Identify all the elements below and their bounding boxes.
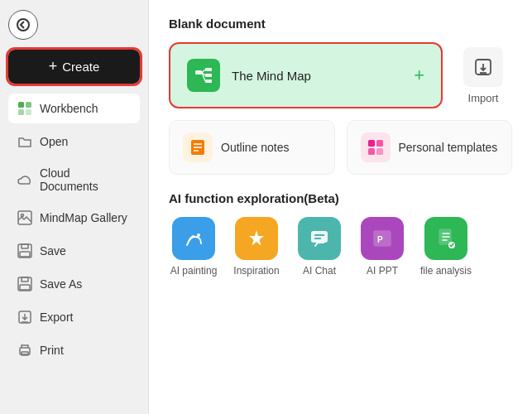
sidebar-gallery-label: MindMap Gallery (40, 211, 127, 224)
sidebar-item-export[interactable]: Export (8, 302, 140, 332)
ai-inspiration-card[interactable]: Inspiration (232, 217, 281, 277)
ai-file-analysis-label: file analysis (420, 265, 472, 277)
sidebar-item-gallery[interactable]: MindMap Gallery (8, 203, 140, 233)
back-button[interactable] (8, 10, 38, 40)
ai-painting-card[interactable]: AI painting (169, 217, 218, 277)
svg-line-20 (202, 70, 205, 73)
svg-rect-17 (205, 68, 212, 71)
mind-map-label: The Mind Map (232, 69, 402, 83)
workbench-icon (17, 100, 33, 117)
sidebar-print-label: Print (40, 344, 64, 357)
ai-chat-label: AI Chat (303, 265, 336, 277)
import-card[interactable]: Import (454, 47, 512, 104)
create-label: Create (62, 60, 99, 74)
save-icon (17, 243, 33, 259)
import-label: Import (468, 92, 499, 104)
personal-templates-card[interactable]: Personal templates (347, 120, 513, 175)
ai-file-analysis-card[interactable]: file analysis (420, 217, 472, 277)
svg-rect-11 (22, 277, 28, 282)
sidebar-item-open[interactable]: Open (8, 127, 140, 156)
svg-rect-4 (26, 109, 31, 115)
ai-inspiration-icon (235, 217, 278, 260)
svg-rect-18 (205, 74, 212, 77)
gallery-icon (17, 209, 33, 226)
blank-doc-title: Blank document (169, 17, 512, 31)
sidebar-saveas-label: Save As (40, 277, 82, 291)
svg-rect-12 (20, 285, 30, 290)
ai-file-analysis-icon (424, 217, 467, 260)
sidebar-cloud-label: Cloud Documents (40, 166, 132, 193)
ai-chat-icon (298, 217, 341, 260)
mind-map-plus-icon: + (414, 65, 424, 86)
personal-templates-label: Personal templates (399, 141, 498, 154)
sidebar-export-label: Export (40, 310, 73, 324)
ai-ppt-label: AI PPT (367, 265, 398, 277)
svg-rect-29 (376, 140, 383, 147)
svg-rect-9 (20, 252, 30, 257)
blank-doc-row: The Mind Map + Import (169, 42, 512, 108)
main-content: Blank document The Mind Map + (149, 0, 532, 414)
ai-painting-icon (172, 217, 215, 260)
svg-point-32 (197, 233, 200, 237)
export-icon (17, 309, 33, 325)
svg-rect-8 (22, 244, 28, 248)
svg-rect-19 (205, 79, 212, 83)
sidebar-item-save[interactable]: Save (8, 236, 140, 266)
sidebar-item-saveas[interactable]: Save As (8, 269, 140, 299)
svg-rect-31 (376, 148, 383, 155)
saveas-icon (17, 276, 33, 292)
print-icon (17, 342, 33, 359)
ai-grid: AI painting Inspiration AI Chat (169, 217, 512, 277)
svg-rect-3 (18, 109, 24, 115)
svg-rect-34 (311, 231, 328, 243)
sidebar-workbench-label: Workbench (40, 102, 98, 115)
svg-point-0 (17, 19, 29, 31)
mind-map-icon (187, 59, 220, 92)
svg-rect-2 (26, 102, 31, 108)
personal-templates-icon (361, 132, 391, 162)
ai-chat-card[interactable]: AI Chat (295, 217, 344, 277)
create-button[interactable]: + Create (8, 50, 140, 84)
templates-row: Outline notes Personal templates (169, 120, 512, 175)
svg-marker-33 (249, 230, 264, 246)
svg-rect-15 (22, 352, 28, 355)
outline-notes-label: Outline notes (221, 141, 290, 154)
sidebar-item-print[interactable]: Print (8, 335, 140, 365)
ai-section-title: AI function exploration(Beta) (169, 191, 512, 205)
sidebar-item-cloud[interactable]: Cloud Documents (8, 160, 140, 200)
sidebar: + Create Workbench Open Cloud Documents … (0, 0, 149, 414)
mind-map-card[interactable]: The Mind Map + (169, 42, 443, 108)
open-icon (17, 133, 33, 150)
ai-ppt-card[interactable]: P AI PPT (357, 217, 407, 277)
ai-inspiration-label: Inspiration (233, 265, 279, 277)
sidebar-item-workbench[interactable]: Workbench (8, 94, 140, 123)
sidebar-open-label: Open (40, 135, 68, 148)
ai-painting-label: AI painting (170, 265, 218, 277)
svg-rect-28 (368, 140, 375, 147)
ai-ppt-icon: P (361, 217, 404, 260)
sidebar-save-label: Save (40, 244, 66, 258)
outline-notes-card[interactable]: Outline notes (169, 120, 335, 175)
outline-notes-icon (183, 132, 213, 162)
svg-text:P: P (377, 235, 383, 244)
create-plus-icon: + (49, 58, 58, 75)
svg-rect-1 (18, 102, 24, 108)
import-icon (463, 47, 503, 87)
svg-rect-16 (195, 70, 202, 75)
svg-rect-30 (368, 148, 375, 155)
cloud-icon (17, 171, 33, 188)
